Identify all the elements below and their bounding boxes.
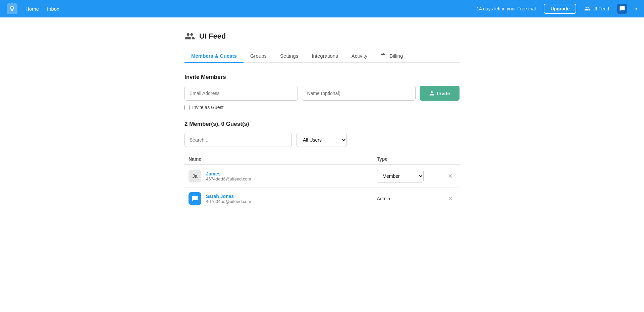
- invite-button[interactable]: Invite: [420, 86, 460, 101]
- member-avatar: Ja: [189, 170, 201, 183]
- tab-bar: Members & Guests Groups Settings Integra…: [184, 50, 460, 63]
- invite-button-label: Invite: [437, 91, 450, 96]
- tab-billing-label: Billing: [389, 53, 403, 59]
- svg-point-0: [11, 7, 13, 9]
- user-avatar[interactable]: [617, 4, 627, 14]
- invite-section-title: Invite Members: [184, 74, 460, 81]
- uifeed-nav[interactable]: UI Feed: [584, 6, 609, 12]
- page-header: UI Feed: [184, 31, 460, 42]
- members-search-input[interactable]: [184, 133, 292, 147]
- tab-groups[interactable]: Groups: [244, 50, 273, 63]
- upgrade-button[interactable]: Upgrade: [544, 4, 576, 14]
- table-row: Sarah Jonas 4d7d045e@uifeed.com Admin ✕: [184, 188, 460, 210]
- member-email: 4d7d045e@uifeed.com: [206, 199, 251, 204]
- col-header-action: [441, 154, 460, 165]
- page-title: UI Feed: [199, 32, 226, 41]
- filter-row: All Users Members Guests Admins: [184, 133, 460, 147]
- home-link[interactable]: Home: [25, 6, 39, 12]
- member-details: Sarah Jonas 4d7d045e@uifeed.com: [206, 194, 251, 204]
- invite-form: Invite: [184, 86, 460, 101]
- tab-members-guests[interactable]: Members & Guests: [184, 50, 244, 63]
- trial-text: 14 days left in your Free trial: [477, 6, 536, 11]
- workspace-icon: [184, 31, 195, 42]
- invite-section: Invite Members Invite Invite as Guest: [184, 74, 460, 110]
- members-count: 2 Member(s), 0 Guest(s): [184, 121, 460, 127]
- member-name: James: [206, 171, 251, 176]
- col-header-type: Type: [373, 154, 441, 165]
- tab-activity[interactable]: Activity: [345, 50, 374, 63]
- uifeed-label: UI Feed: [592, 6, 609, 11]
- member-info: Sarah Jonas 4d7d045e@uifeed.com: [189, 192, 369, 205]
- app-logo[interactable]: [7, 3, 17, 14]
- member-info: Ja James 4674ddd6@uifeed.com: [189, 170, 369, 183]
- table-row: Ja James 4674ddd6@uifeed.com Member Admi…: [184, 165, 460, 188]
- invite-as-guest-checkbox[interactable]: [184, 105, 190, 110]
- tab-integrations[interactable]: Integrations: [305, 50, 344, 63]
- member-name: Sarah Jonas: [206, 194, 251, 199]
- invite-as-guest-label[interactable]: Invite as Guest: [192, 105, 223, 110]
- member-details: James 4674ddd6@uifeed.com: [206, 171, 251, 181]
- admin-badge: Admin: [377, 196, 390, 201]
- member-email: 4674ddd6@uifeed.com: [206, 176, 251, 181]
- guest-checkbox-row: Invite as Guest: [184, 105, 460, 110]
- name-input[interactable]: [302, 86, 415, 101]
- user-menu-chevron[interactable]: ▾: [635, 6, 637, 11]
- member-type-select[interactable]: Member Admin Guest: [377, 170, 424, 183]
- col-header-name: Name: [184, 154, 373, 165]
- inbox-link[interactable]: Inbox: [47, 6, 59, 12]
- user-type-filter[interactable]: All Users Members Guests Admins: [297, 133, 347, 147]
- main-content: UI Feed Members & Guests Groups Settings…: [178, 31, 466, 210]
- remove-member-button[interactable]: ✕: [445, 171, 455, 181]
- members-table: Name Type Ja James 4674ddd6@uifeed.com: [184, 154, 460, 210]
- member-avatar: [189, 192, 201, 205]
- tab-billing[interactable]: Billing: [374, 50, 410, 63]
- tab-settings[interactable]: Settings: [273, 50, 305, 63]
- remove-member-button[interactable]: ✕: [445, 194, 455, 204]
- email-input[interactable]: [184, 86, 298, 101]
- top-navigation: Home Inbox 14 days left in your Free tri…: [0, 0, 644, 17]
